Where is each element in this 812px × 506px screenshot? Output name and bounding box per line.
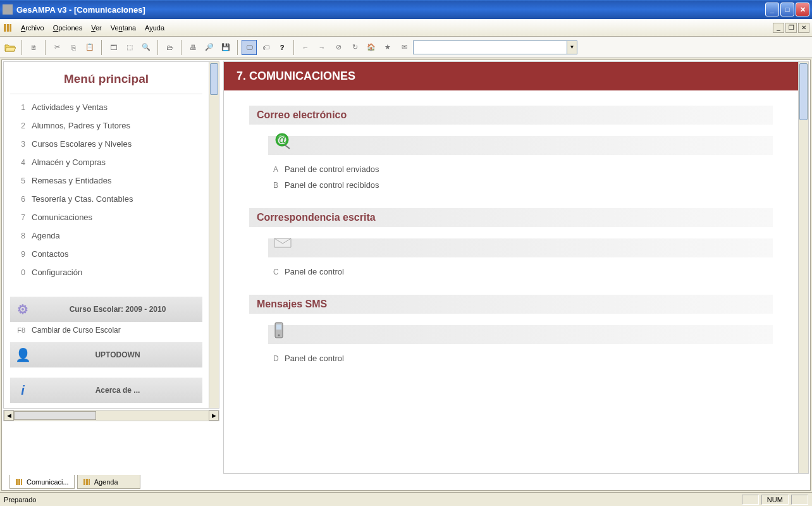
maximize-button[interactable]: □ xyxy=(780,3,794,16)
svg-rect-2 xyxy=(10,24,11,32)
sidebar-item-6[interactable]: 7Comunicaciones xyxy=(10,208,202,226)
sidebar-item-3[interactable]: 4Almacén y Compras xyxy=(10,153,202,171)
section-2: Mensajes SMSDPanel de control xyxy=(249,295,773,366)
section-2-item-0[interactable]: DPanel de control xyxy=(268,350,773,366)
user-banner: 👤 UPTODOWN xyxy=(10,342,202,367)
sidebar-item-1[interactable]: 2Alumnos, Padres y Tutores xyxy=(10,116,202,135)
sidebar-item-5[interactable]: 6Tesorería y Ctas. Contables xyxy=(10,190,202,208)
mdi-minimize-button[interactable]: _ xyxy=(773,23,784,33)
open-icon[interactable] xyxy=(3,40,18,55)
sidebar: Menú principal 1Actividades y Ventas2Alu… xyxy=(4,62,209,408)
phone-icon xyxy=(273,321,293,342)
window-title: GesAMPA v3 - [Comunicaciones] xyxy=(16,5,765,15)
page-header: 7. COMUNICACIONES xyxy=(224,62,798,90)
menu-ver[interactable]: Ver xyxy=(87,22,106,34)
close-button[interactable]: ✕ xyxy=(796,3,809,16)
section-title: Mensajes SMS xyxy=(249,295,773,314)
address-combo[interactable]: ▼ xyxy=(413,40,577,54)
back-icon[interactable]: ← xyxy=(298,40,313,55)
section-title: Correo electrónico xyxy=(249,106,773,125)
preview-icon[interactable]: 🔎 xyxy=(202,40,217,55)
section-1: Correspondencia escritaCPanel de control xyxy=(249,208,773,280)
screen-icon[interactable]: 🖵 xyxy=(242,40,257,55)
favorites-icon[interactable]: ★ xyxy=(380,40,395,55)
tab-1[interactable]: Agenda xyxy=(77,475,140,489)
chevron-down-icon[interactable]: ▼ xyxy=(567,41,577,54)
section-0: Correo electrónico@APanel de control env… xyxy=(249,106,773,193)
print-icon[interactable]: 🖶 xyxy=(185,40,200,55)
sidebar-item-9[interactable]: 0Configuración xyxy=(10,263,202,281)
menu-ayuda[interactable]: Ayuda xyxy=(140,22,169,34)
at-icon: @ xyxy=(273,132,293,152)
svg-rect-12 xyxy=(86,479,88,485)
tab-0[interactable]: Comunicaci... xyxy=(9,475,75,489)
svg-text:@: @ xyxy=(276,133,288,146)
title-bar: GesAMPA v3 - [Comunicaciones] _ □ ✕ xyxy=(0,0,812,19)
svg-rect-6 xyxy=(276,324,281,330)
svg-rect-13 xyxy=(89,479,90,485)
sidebar-hscroll[interactable]: ◀ ▶ xyxy=(3,410,219,421)
sidebar-item-2[interactable]: 3Cursos Escolares y Niveles xyxy=(10,135,202,153)
help-icon[interactable]: ? xyxy=(274,40,290,55)
sidebar-item-4[interactable]: 5Remesas y Entidades xyxy=(10,171,202,190)
save-icon[interactable]: 💾 xyxy=(218,40,233,55)
envelope-icon xyxy=(273,235,293,255)
status-text: Preparado xyxy=(4,496,739,503)
svg-rect-1 xyxy=(7,24,9,32)
stop-icon[interactable]: ⊘ xyxy=(331,40,346,55)
svg-rect-0 xyxy=(4,24,6,32)
folder-icon[interactable]: 🗁 xyxy=(162,40,177,55)
toolbar: 🗎 ✂ ⎘ 📋 🗔 ⬚ 🔍 🗁 🖶 🔎 💾 🖵 🏷 ? ← → ⊘ ↻ 🏠 ★ … xyxy=(0,37,812,58)
change-school-year[interactable]: F8 Cambiar de Curso Escolar xyxy=(10,322,202,338)
cut-icon[interactable]: ✂ xyxy=(49,40,65,55)
app-menu-icon xyxy=(3,23,13,33)
info-icon: i xyxy=(14,381,32,399)
tag-icon[interactable]: 🏷 xyxy=(258,40,273,55)
content-area: 7. COMUNICACIONES Correo electrónico@APa… xyxy=(224,62,798,473)
menu-ventana[interactable]: Ventana xyxy=(106,22,140,34)
mail-icon[interactable]: ✉ xyxy=(397,40,412,55)
minimize-button[interactable]: _ xyxy=(765,3,779,16)
window-icon[interactable]: 🗔 xyxy=(106,40,121,55)
status-num: NUM xyxy=(761,495,789,505)
tab-icon xyxy=(15,478,23,486)
menu-archivo[interactable]: Archivo xyxy=(16,22,49,34)
forward-icon[interactable]: → xyxy=(314,40,329,55)
zoom-icon[interactable]: 🔍 xyxy=(138,40,154,55)
copy-icon[interactable]: ⎘ xyxy=(66,40,81,55)
section-0-item-1[interactable]: BPanel de control recibidos xyxy=(268,177,773,193)
scroll-left-icon[interactable]: ◀ xyxy=(4,410,14,421)
menu-bar: Archivo Opciones Ver Ventana Ayuda _ ❐ ✕ xyxy=(0,19,812,37)
user-icon: 👤 xyxy=(14,346,32,364)
sidebar-item-8[interactable]: 9Contactos xyxy=(10,245,202,263)
gear-icon: ⚙ xyxy=(14,300,32,318)
refresh-icon[interactable]: ↻ xyxy=(347,40,362,55)
split-icon[interactable]: ⬚ xyxy=(122,40,137,55)
section-title: Correspondencia escrita xyxy=(249,208,773,227)
home-icon[interactable]: 🏠 xyxy=(364,40,379,55)
status-bar: Preparado NUM xyxy=(0,492,812,506)
svg-point-7 xyxy=(278,335,280,336)
about-banner[interactable]: i Acerca de ... xyxy=(10,378,202,403)
content-scrollbar[interactable] xyxy=(798,62,808,473)
school-year-banner: ⚙ Curso Escolar: 2009 - 2010 xyxy=(10,297,202,322)
svg-rect-9 xyxy=(18,479,20,485)
sidebar-scrollbar[interactable] xyxy=(209,62,219,408)
section-1-item-0[interactable]: CPanel de control xyxy=(268,264,773,280)
menu-opciones[interactable]: Opciones xyxy=(49,22,87,34)
tab-icon xyxy=(83,478,90,486)
paste-icon[interactable]: 📋 xyxy=(82,40,97,55)
mdi-close-button[interactable]: ✕ xyxy=(798,23,809,33)
scroll-right-icon[interactable]: ▶ xyxy=(209,410,219,421)
document-tabs: Comunicaci...Agenda xyxy=(3,474,809,489)
svg-rect-10 xyxy=(21,479,22,485)
sidebar-item-0[interactable]: 1Actividades y Ventas xyxy=(10,98,202,116)
section-0-item-0[interactable]: APanel de control enviados xyxy=(268,161,773,177)
sidebar-title: Menú principal xyxy=(10,67,202,94)
svg-rect-11 xyxy=(83,479,85,485)
mdi-restore-button[interactable]: ❐ xyxy=(785,23,797,33)
new-doc-icon[interactable]: 🗎 xyxy=(26,40,41,55)
sidebar-item-7[interactable]: 8Agenda xyxy=(10,226,202,245)
app-icon xyxy=(3,4,13,15)
svg-rect-8 xyxy=(16,479,18,485)
